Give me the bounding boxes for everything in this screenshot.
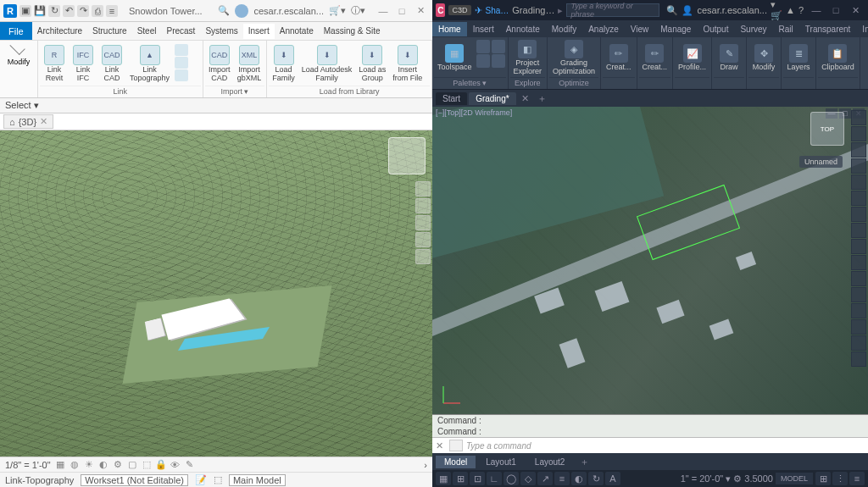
point-cloud-icon[interactable] bbox=[175, 69, 188, 81]
import-cad-button[interactable]: CADImportCAD bbox=[205, 42, 234, 86]
load-as-group-button[interactable]: ⬇Load asGroup bbox=[355, 42, 389, 86]
grid-icon[interactable]: ⊞ bbox=[453, 472, 468, 485]
cycling-icon[interactable]: ↻ bbox=[588, 472, 604, 485]
draw-button[interactable]: ✎Draw bbox=[714, 39, 744, 77]
design-options-icon[interactable]: ⬚ bbox=[214, 474, 222, 485]
qat-save-icon[interactable]: 💾 bbox=[34, 5, 46, 17]
nav-tool-icon[interactable] bbox=[851, 239, 866, 254]
lock-3d-icon[interactable]: 🔒 bbox=[155, 459, 167, 471]
select-dropdown[interactable]: Select ▾ bbox=[5, 100, 39, 111]
anno-scale[interactable]: 1" = 20'-0" ▾ bbox=[681, 473, 732, 484]
qat-print-icon[interactable]: ⎙ bbox=[92, 5, 103, 17]
tab-survey[interactable]: Survey bbox=[734, 22, 772, 36]
avatar-icon[interactable] bbox=[235, 4, 248, 18]
hidden-elements-icon[interactable]: 👁 bbox=[170, 459, 181, 471]
lineweight-icon[interactable]: ≡ bbox=[554, 472, 570, 485]
layers-button[interactable]: ≣Layers bbox=[783, 39, 814, 77]
toolspace-button[interactable]: ▦Toolspace bbox=[434, 39, 476, 77]
close-button[interactable]: ✕ bbox=[846, 3, 865, 17]
link-ifc-button[interactable]: IFCLinkIFC bbox=[69, 42, 97, 86]
import-gbxml-button[interactable]: XMLImportgbXML bbox=[234, 42, 265, 86]
grid-display-icon[interactable]: ⊞ bbox=[815, 472, 831, 485]
send-icon[interactable]: ✈ bbox=[475, 5, 482, 16]
tool-palette-icon[interactable] bbox=[492, 54, 505, 68]
tab-insert[interactable]: Insert bbox=[467, 22, 500, 36]
close-tab-icon[interactable]: ✕ bbox=[40, 116, 47, 127]
modify-button[interactable]: Modify bbox=[3, 58, 34, 66]
full-nav-wheel-icon[interactable] bbox=[415, 198, 431, 213]
rendering-icon[interactable]: ⚙ bbox=[112, 459, 124, 471]
tab-architecture[interactable]: Architecture bbox=[32, 24, 87, 38]
nav-tool-icon[interactable] bbox=[851, 351, 866, 367]
snap-icon[interactable]: ⊡ bbox=[470, 472, 485, 485]
search-icon[interactable]: 🔍 bbox=[218, 5, 230, 16]
tab-home[interactable]: Home bbox=[432, 22, 467, 36]
sheet-set-icon[interactable] bbox=[476, 54, 490, 68]
civil3d-viewport[interactable]: [−][Top][2D Wireframe] — □ ✕ TOP Unnamed bbox=[432, 107, 868, 414]
doc-tab-grading[interactable]: Grading* bbox=[469, 92, 515, 105]
cart-icon[interactable]: ▾🛒 bbox=[771, 0, 782, 21]
insert-from-file-button[interactable]: ⬇Insertfrom File bbox=[389, 42, 426, 86]
shadows-icon[interactable]: ◐ bbox=[97, 459, 109, 471]
layer-icon[interactable] bbox=[492, 40, 505, 53]
tab-annotate[interactable]: Annotate bbox=[275, 24, 319, 38]
view-cube[interactable]: TOP bbox=[810, 112, 844, 146]
revit-3d-viewport[interactable] bbox=[0, 130, 432, 457]
showmotion-icon[interactable] bbox=[851, 174, 866, 190]
scale-value[interactable]: 1/8" = 1'-0" bbox=[5, 460, 51, 470]
tab-precast[interactable]: Precast bbox=[161, 24, 200, 38]
tab-rail[interactable]: Rail bbox=[773, 22, 799, 36]
project-explorer-button[interactable]: ◧ProjectExplorer bbox=[510, 39, 546, 77]
modify-button[interactable]: ✥Modify bbox=[748, 39, 779, 77]
model-button[interactable]: MODEL bbox=[776, 473, 813, 484]
tab-view[interactable]: View bbox=[625, 22, 655, 36]
link-revit-button[interactable]: RLinkRevit bbox=[40, 42, 69, 86]
nav-tool-icon[interactable] bbox=[851, 303, 866, 318]
nav-wheel-icon[interactable] bbox=[851, 110, 866, 125]
orbit-icon[interactable] bbox=[851, 158, 866, 174]
view-label[interactable]: Unnamed bbox=[799, 156, 843, 168]
pan-icon[interactable] bbox=[415, 215, 431, 230]
link-topography-button[interactable]: ▲LinkTopography bbox=[126, 42, 173, 86]
tab-structure[interactable]: Structure bbox=[87, 24, 132, 38]
add-tab-icon[interactable]: ＋ bbox=[534, 92, 550, 105]
tab-steel[interactable]: Steel bbox=[132, 24, 162, 38]
maximize-button[interactable]: □ bbox=[393, 5, 410, 17]
modelspace-icon[interactable]: ▦ bbox=[436, 472, 451, 485]
tab-manage[interactable]: Manage bbox=[654, 22, 697, 36]
editable-only-icon[interactable]: 📝 bbox=[195, 474, 207, 485]
help-icon[interactable]: ⓘ▾ bbox=[351, 4, 365, 17]
nav-tool-icon[interactable] bbox=[851, 207, 866, 222]
viewport-label[interactable]: [−][Top][2D Wireframe] bbox=[436, 108, 512, 117]
profile-button[interactable]: 📈Profile... bbox=[675, 39, 709, 77]
customize-icon[interactable]: ≡ bbox=[849, 472, 865, 485]
home-view-icon[interactable] bbox=[415, 181, 431, 196]
tab-insert[interactable]: Insert bbox=[243, 24, 275, 39]
tab-output[interactable]: Output bbox=[697, 22, 734, 36]
tab-transparent[interactable]: Transparent bbox=[799, 22, 857, 36]
signin-icon[interactable]: 👤 bbox=[682, 5, 693, 16]
wcs-icon[interactable] bbox=[439, 382, 465, 407]
nav-tool-icon[interactable] bbox=[851, 287, 866, 302]
chevron-right-icon[interactable]: › bbox=[424, 460, 427, 470]
crop-region-icon[interactable]: ⬚ bbox=[141, 459, 153, 471]
annotation-icon[interactable]: A bbox=[605, 472, 620, 485]
maximize-button[interactable]: □ bbox=[826, 3, 845, 17]
sun-path-icon[interactable]: ☀ bbox=[83, 459, 95, 471]
nav-tool-icon[interactable] bbox=[851, 191, 866, 206]
user-name[interactable]: cesar.r.escalan... bbox=[253, 6, 324, 16]
doc-tab-start[interactable]: Start bbox=[436, 92, 467, 105]
osnap-icon[interactable]: ◇ bbox=[520, 472, 536, 485]
detail-level-icon[interactable]: ▦ bbox=[54, 459, 66, 471]
new-tab-icon[interactable]: ✕ bbox=[518, 93, 532, 104]
cart-icon[interactable]: 🛒▾ bbox=[329, 5, 346, 16]
qat-sync-icon[interactable]: ↻ bbox=[48, 5, 60, 17]
minimize-button[interactable]: — bbox=[375, 5, 392, 17]
reveal-constraints-icon[interactable]: ✎ bbox=[184, 459, 196, 471]
qat-open-icon[interactable]: ▣ bbox=[19, 5, 31, 17]
view-tab-3d[interactable]: ⌂ {3D} ✕ bbox=[3, 114, 53, 129]
layout-2[interactable]: Layout2 bbox=[526, 456, 574, 468]
share-button[interactable]: Sha… bbox=[486, 6, 509, 15]
transparency-icon[interactable]: ◐ bbox=[571, 472, 587, 485]
clipboard-button[interactable]: 📋Clipboard bbox=[818, 39, 858, 77]
